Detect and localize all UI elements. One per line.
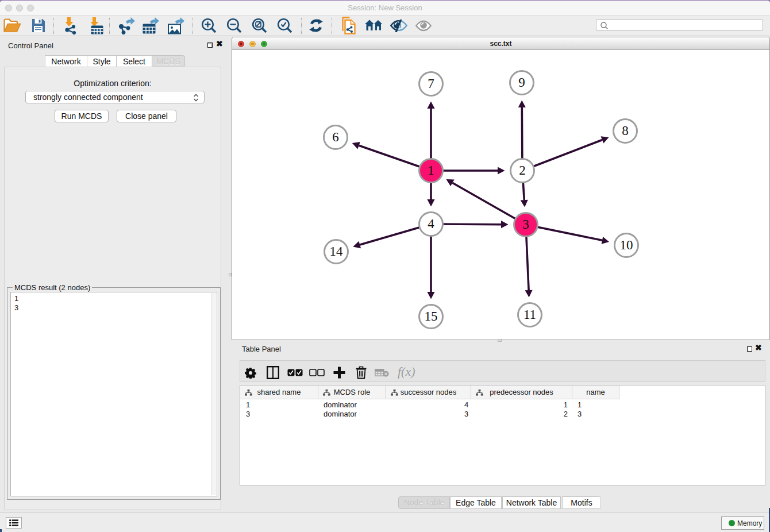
svg-text:8: 8 <box>622 124 629 138</box>
svg-text:2: 2 <box>519 163 526 178</box>
svg-text:1: 1 <box>428 163 434 178</box>
svg-text:3: 3 <box>522 217 529 232</box>
svg-text:9: 9 <box>518 75 525 90</box>
svg-text:10: 10 <box>620 238 633 252</box>
svg-text:11: 11 <box>523 307 536 322</box>
svg-text:4: 4 <box>428 217 434 231</box>
svg-text:6: 6 <box>332 130 339 144</box>
svg-text:15: 15 <box>425 309 438 323</box>
svg-text:14: 14 <box>330 244 344 259</box>
svg-text:7: 7 <box>428 76 434 91</box>
